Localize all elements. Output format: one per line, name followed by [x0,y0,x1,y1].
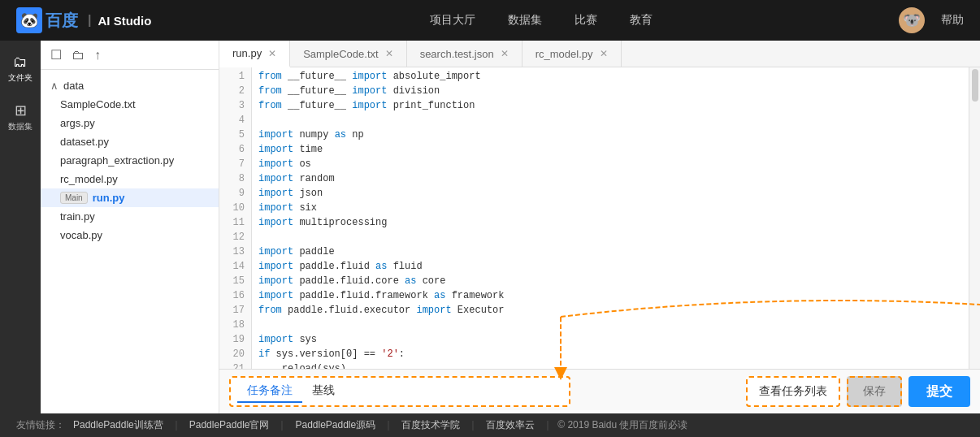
tab-close-icon[interactable]: ✕ [501,48,509,59]
tab-label: rc_model.py [536,48,593,60]
avatar[interactable]: 🐨 [899,7,925,33]
list-item[interactable]: args.py [41,114,219,132]
new-folder-icon[interactable]: 🗀 [72,48,85,63]
sidebar-label-datasets: 数据集 [8,121,33,132]
list-item[interactable]: SampleCode.txt [41,95,219,114]
folder-data[interactable]: ∧ data [41,76,219,95]
baidu-text: 百度 [46,10,78,32]
bottom-actions: 查看任务列表 保存 提交 [746,376,970,407]
sidebar-label-files: 文件夹 [8,72,33,84]
footer-copyright: © 2019 Baidu 使用百度前必读 [557,418,687,432]
footer-link-paddleofficial[interactable]: PaddlePaddle官网 [189,418,270,432]
view-task-list-button[interactable]: 查看任务列表 [746,376,840,407]
line-numbers: 12345 678910 1112131415 1617181920 21222… [219,67,252,369]
scrollbar[interactable] [969,67,980,369]
tab-samplecode[interactable]: SampleCode.txt ✕ [290,41,407,67]
tab-close-icon[interactable]: ✕ [268,48,276,59]
footer-link-paddlesrc[interactable]: PaddlePaddle源码 [295,418,375,432]
tab-bar: run.py ✕ SampleCode.txt ✕ search.test.js… [219,41,980,67]
new-file-icon[interactable]: ☐ [50,47,62,63]
folder-label: data [63,80,84,92]
footer-prefix: 友情链接： [16,418,65,432]
sidebar-item-datasets[interactable]: ⊞ 数据集 [4,97,37,137]
folder-icon: 🗂 [13,54,28,71]
nav-item-competition[interactable]: 比赛 [575,13,597,28]
nav-links: 项目大厅 数据集 比赛 教育 [184,13,899,28]
grid-icon: ⊞ [15,102,27,119]
nav-item-projects[interactable]: 项目大厅 [430,13,475,28]
tab-close-icon[interactable]: ✕ [385,48,393,59]
list-item[interactable]: vocab.py [41,226,219,244]
nav-right: 🐨 帮助 [899,7,964,33]
logo: 🐼 百度 | AI Studio [16,7,151,33]
nav-item-education[interactable]: 教育 [630,13,653,28]
list-item[interactable]: dataset.py [41,132,219,151]
list-item[interactable]: rc_model.py [41,170,219,188]
task-input[interactable] [345,386,562,398]
sidebar-item-files[interactable]: 🗂 文件夹 [4,49,37,89]
tab-baseline[interactable]: 基线 [302,380,345,403]
upload-icon[interactable]: ↑ [94,48,101,63]
list-item-active[interactable]: Main run.py [41,188,219,207]
footer-link-efficiency[interactable]: 百度效率云 [486,418,535,432]
active-filename: run.py [93,192,125,204]
tab-label: run.py [232,47,262,59]
tab-label: SampleCode.txt [303,48,379,60]
code-content[interactable]: from __future__ import absolute_import f… [252,67,969,369]
nav-item-datasets[interactable]: 数据集 [508,13,542,28]
save-button[interactable]: 保存 [847,376,902,407]
footer: 友情链接： PaddlePaddle训练营 ｜ PaddlePaddle官网 ｜… [0,413,980,437]
file-panel: ☐ 🗀 ↑ ∧ data SampleCode.txt args.py data… [41,41,219,413]
list-item[interactable]: train.py [41,207,219,226]
footer-link-paddlecamp[interactable]: PaddlePaddle训练营 [73,418,163,432]
help-link[interactable]: 帮助 [941,13,964,28]
file-item-main: Main run.py [60,192,209,204]
baidu-bear-icon: 🐼 [16,7,42,33]
sidebar-icons: 🗂 文件夹 ⊞ 数据集 [0,41,41,413]
main-content: 🗂 文件夹 ⊞ 数据集 ☐ 🗀 ↑ ∧ data SampleCode.txt … [0,41,980,413]
task-input-group: 任务备注 基线 [229,376,570,407]
code-editor: 12345 678910 1112131415 1617181920 21222… [219,67,980,369]
studio-text: AI Studio [98,14,151,28]
footer-link-baiduai[interactable]: 百度技术学院 [401,418,460,432]
tab-run-py[interactable]: run.py ✕ [219,41,290,67]
tab-label: search.test.json [420,48,494,60]
tab-close-icon[interactable]: ✕ [600,48,608,59]
file-toolbar: ☐ 🗀 ↑ [41,41,219,70]
tab-search-test[interactable]: search.test.json ✕ [407,41,523,67]
list-item[interactable]: paragraph_extraction.py [41,151,219,170]
file-list: ∧ data SampleCode.txt args.py dataset.py… [41,70,219,413]
nav-divider: | [88,13,91,28]
chevron-down-icon: ∧ [50,80,59,92]
tab-task-notes[interactable]: 任务备注 [237,380,302,403]
editor-area: run.py ✕ SampleCode.txt ✕ search.test.js… [219,41,980,413]
bottom-panel: 任务备注 基线 查看任务列表 保存 提交 [219,369,980,413]
submit-button[interactable]: 提交 [908,376,970,407]
top-navigation: 🐼 百度 | AI Studio 项目大厅 数据集 比赛 教育 🐨 帮助 [0,0,980,41]
scrollbar-thumb[interactable] [972,69,978,102]
main-badge: Main [60,192,88,204]
tab-rc-model[interactable]: rc_model.py ✕ [523,41,622,67]
